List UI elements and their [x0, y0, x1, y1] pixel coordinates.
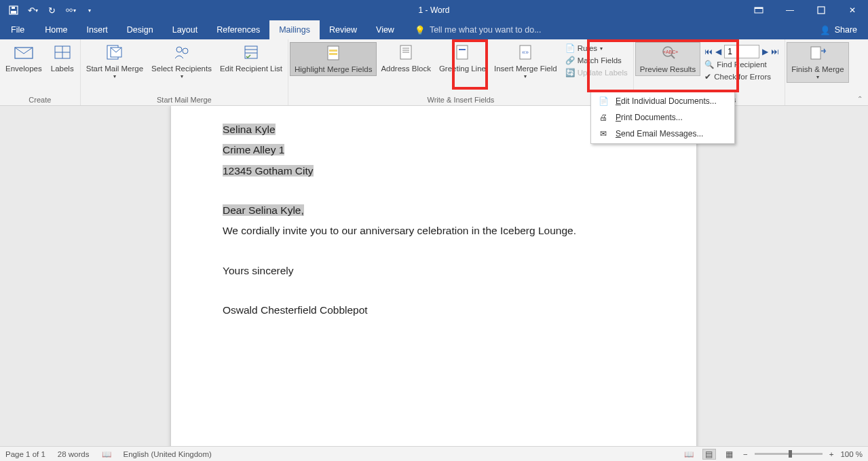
svg-rect-2 [12, 7, 15, 9]
read-mode-icon[interactable]: 📖 [682, 449, 696, 460]
tab-design[interactable]: Design [117, 20, 163, 39]
highlight-merge-fields-button[interactable]: Highlight Merge Fields [290, 42, 377, 76]
tab-review[interactable]: Review [320, 20, 366, 39]
next-record-icon[interactable]: ▶ [762, 47, 768, 56]
document-page[interactable]: Selina Kyle Crime Alley 1 12345 Gotham C… [171, 106, 696, 446]
menu-print-documents[interactable]: 🖨 Print Documents... [591, 109, 734, 126]
svg-rect-6 [755, 7, 763, 9]
merge-field-address1: Crime Alley 1 [223, 144, 284, 155]
svg-rect-33 [811, 47, 820, 59]
zoom-level[interactable]: 100 % [840, 450, 863, 458]
status-language[interactable]: English (United Kingdom) [124, 450, 212, 458]
zoom-slider[interactable] [755, 453, 823, 455]
first-record-icon[interactable]: ⏮ [704, 47, 713, 56]
greeting-line-label: Greeting Line [439, 64, 486, 73]
share-icon: 👤 [820, 25, 831, 35]
labels-button[interactable]: Labels [46, 42, 79, 75]
menu-edit-individual-documents[interactable]: 📄 Edit Individual Documents... [591, 93, 734, 109]
undo-icon[interactable]: ↶▾ [27, 5, 38, 16]
save-icon[interactable] [8, 5, 19, 16]
tell-me-placeholder: Tell me what you want to do... [430, 25, 542, 35]
tab-mailings[interactable]: Mailings [269, 20, 320, 39]
svg-rect-20 [329, 50, 337, 52]
svg-text:«»: «» [522, 49, 529, 56]
ribbon: Envelopes Labels Create Start Mail Merge… [0, 39, 868, 106]
minimize-icon[interactable]: — [774, 0, 806, 20]
status-words[interactable]: 28 words [58, 450, 90, 458]
previous-record-icon[interactable]: ◀ [715, 47, 721, 56]
group-create-label: Create [29, 94, 51, 105]
last-record-icon[interactable]: ⏭ [771, 47, 779, 56]
merge-field-address2: 12345 Gotham City [223, 165, 314, 177]
ribbon-tabs: File Home Insert Design Layout Reference… [0, 20, 868, 39]
qat-customize-icon[interactable]: ▾ [84, 5, 95, 16]
svg-rect-1 [11, 11, 16, 14]
close-icon[interactable]: ✕ [837, 0, 868, 20]
ribbon-options-icon[interactable] [743, 0, 774, 20]
match-fields-icon: 🔗 [565, 56, 575, 65]
menu-edit-label: Edit Individual Documents... [616, 96, 717, 106]
match-fields-label: Match Fields [578, 56, 622, 64]
select-recipients-button[interactable]: Select Recipients▾ [147, 42, 216, 81]
address-block-label: Address Block [381, 64, 431, 73]
closing-text: Yours sincerely [223, 262, 645, 280]
merge-field-salutation: Dear Selina Kyle, [223, 204, 304, 216]
group-start-mail-merge: Start Mail Merge▾ Select Recipients▾ Edi… [81, 39, 288, 105]
tab-layout[interactable]: Layout [163, 20, 208, 39]
tell-me[interactable]: 💡 Tell me what you want to do... [404, 20, 542, 39]
menu-send-email-messages[interactable]: ✉ Send Email Messages... [591, 126, 734, 142]
match-fields-button[interactable]: 🔗 Match Fields [565, 56, 628, 65]
proofing-icon[interactable]: 📖 [102, 449, 111, 459]
select-recipients-label: Select Recipients [151, 64, 212, 73]
insert-merge-field-label: Insert Merge Field [494, 64, 557, 73]
finish-merge-button[interactable]: Finish & Merge▾ [787, 42, 848, 83]
check-for-errors-button[interactable]: ✔ Check for Errors [704, 72, 779, 81]
touch-mode-icon[interactable]: ▾ [65, 5, 76, 16]
insert-merge-field-button[interactable]: «» Insert Merge Field▾ [490, 42, 561, 81]
find-recipient-label: Find Recipient [717, 60, 767, 69]
start-mail-merge-label: Start Mail Merge [86, 64, 143, 73]
edit-recipient-list-button[interactable]: Edit Recipient List [216, 42, 286, 75]
merge-field-name: Selina Kyle [223, 124, 276, 135]
print-layout-icon[interactable]: ▤ [702, 449, 716, 460]
tab-insert[interactable]: Insert [77, 20, 117, 39]
greeting-line-button[interactable]: Greeting Line [435, 42, 490, 75]
collapse-ribbon-icon[interactable]: ⌃ [857, 95, 863, 103]
send-email-icon: ✉ [598, 128, 609, 139]
find-recipient-button[interactable]: 🔍 Find Recipient [704, 60, 779, 69]
preview-results-button[interactable]: «ABC» Preview Results [635, 42, 700, 76]
tab-references[interactable]: References [207, 20, 269, 39]
envelopes-button[interactable]: Envelopes [1, 42, 46, 75]
svg-rect-26 [457, 45, 468, 59]
check-for-errors-icon: ✔ [704, 72, 711, 81]
record-navigation: ⏮ ◀ ▶ ⏭ [700, 42, 783, 58]
share-button[interactable]: 👤 Share [809, 20, 868, 39]
share-label: Share [835, 25, 857, 35]
labels-label: Labels [51, 64, 74, 73]
address-block-button[interactable]: Address Block [377, 42, 435, 75]
svg-rect-7 [818, 7, 825, 14]
window-title: 1 - Word [419, 5, 450, 15]
edit-recipient-list-label: Edit Recipient List [220, 64, 282, 73]
body-text: We cordially invite you to our anniversa… [223, 222, 645, 240]
menu-print-label: Print Documents... [616, 113, 683, 122]
web-layout-icon[interactable]: ▦ [723, 449, 736, 460]
tab-home[interactable]: Home [35, 20, 77, 39]
zoom-out-icon[interactable]: − [743, 450, 748, 458]
group-finish: Finish & Merge▾ [785, 39, 850, 105]
record-number-input[interactable] [724, 45, 759, 58]
group-create: Envelopes Labels Create [0, 39, 81, 105]
start-mail-merge-button[interactable]: Start Mail Merge▾ [82, 42, 147, 81]
envelopes-label: Envelopes [5, 64, 42, 73]
update-labels-label: Update Labels [578, 69, 628, 77]
group-finish-label [816, 94, 818, 105]
redo-icon[interactable]: ↻ [46, 5, 57, 16]
tab-file[interactable]: File [0, 20, 35, 39]
rules-button[interactable]: 📄 Rules▾ [565, 43, 628, 53]
group-write-insert-fields: Highlight Merge Fields Address Block Gre… [288, 39, 634, 105]
tab-view[interactable]: View [366, 20, 404, 39]
status-page[interactable]: Page 1 of 1 [5, 450, 45, 458]
update-labels-icon: 🔄 [565, 68, 575, 77]
maximize-icon[interactable] [806, 0, 837, 20]
zoom-in-icon[interactable]: + [829, 450, 834, 458]
